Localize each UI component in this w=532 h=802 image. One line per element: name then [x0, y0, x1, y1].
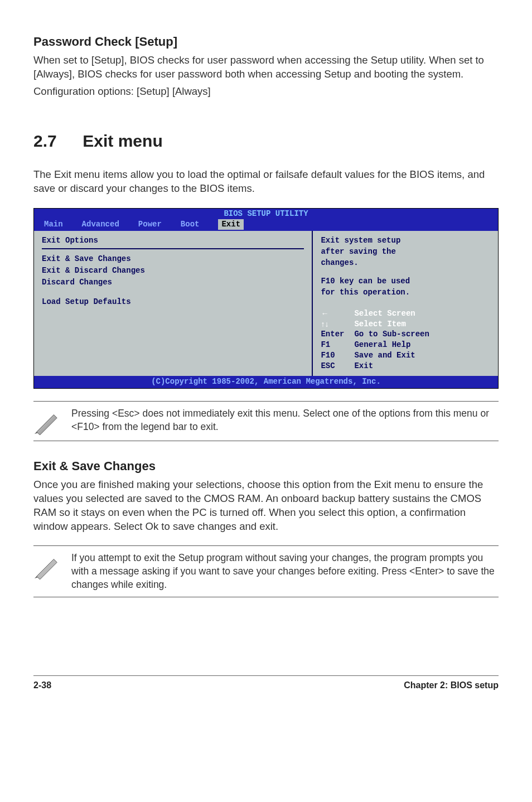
bios-tab-exit[interactable]: Exit	[218, 219, 244, 230]
pencil-icon	[33, 554, 59, 579]
heading-password-check: Password Check [Setup]	[33, 33, 499, 50]
password-check-config: Configuration options: [Setup] [Always]	[33, 85, 499, 99]
bios-footer: (C)Copyright 1985-2002, American Megatre…	[34, 376, 498, 388]
bios-tabs: Main Advanced Power Boot Exit	[44, 219, 244, 230]
note-text-1: Pressing <Esc> does not immediately exit…	[71, 407, 496, 433]
bios-right-pane: Exit system setup after saving the chang…	[313, 231, 498, 376]
bios-help-l1: Exit system setup	[321, 235, 490, 246]
bios-help-l5: for this operation.	[321, 287, 490, 298]
bios-help-l2: after saving the	[321, 247, 490, 257]
chapter-label: Chapter 2: BIOS setup	[404, 679, 499, 692]
pencil-icon	[33, 409, 59, 435]
bios-window: BIOS SETUP UTILITY Main Advanced Power B…	[33, 208, 499, 389]
key-exit: Exit	[354, 361, 373, 371]
password-check-body: When set to [Setup], BIOS checks for use…	[33, 54, 499, 81]
key-updown-icon: ↑↓	[321, 319, 354, 330]
bios-keys-legend: ←Select Screen ↑↓Select Item EnterGo to …	[321, 308, 490, 371]
key-f10: F10	[321, 350, 354, 361]
section-name: Exit menu	[83, 132, 162, 150]
key-select-item: Select Item	[354, 319, 405, 330]
heading-exit-save: Exit & Save Changes	[33, 458, 499, 475]
key-left-icon: ←	[321, 308, 354, 319]
note-row-2: If you attempt to exit the Setup program…	[33, 545, 499, 597]
bios-tab-main[interactable]: Main	[44, 219, 63, 230]
key-general-help: General Help	[354, 340, 410, 350]
note-text-2: If you attempt to exit the Setup program…	[71, 552, 496, 591]
bios-title: BIOS SETUP UTILITY	[224, 209, 308, 219]
key-save-exit: Save and Exit	[354, 350, 415, 361]
bios-help-l4: F10 key can be used	[321, 276, 490, 287]
section-title: 2.7 Exit menu	[33, 130, 499, 153]
bios-item-discard[interactable]: Discard Changes	[42, 277, 304, 288]
key-sub-screen: Go to Sub-screen	[354, 329, 429, 340]
bios-item-load-defaults[interactable]: Load Setup Defaults	[42, 297, 304, 307]
bios-item-exit-discard[interactable]: Exit & Discard Changes	[42, 265, 304, 276]
bios-tab-power[interactable]: Power	[138, 219, 162, 230]
page-number: 2-38	[33, 679, 51, 692]
key-esc: ESC	[321, 361, 354, 371]
section-number: 2.7	[33, 130, 78, 153]
key-enter: Enter	[321, 329, 354, 340]
bios-group-title: Exit Options	[42, 235, 304, 246]
bios-titlebar: BIOS SETUP UTILITY Main Advanced Power B…	[34, 209, 498, 231]
key-select-screen: Select Screen	[354, 308, 415, 319]
bios-tab-advanced[interactable]: Advanced	[82, 219, 119, 230]
bios-help-text: Exit system setup after saving the chang…	[321, 235, 490, 298]
bios-item-exit-save[interactable]: Exit & Save Changes	[42, 254, 304, 264]
bios-help-l3: changes.	[321, 258, 490, 268]
exit-save-body: Once you are finished making your select…	[33, 478, 499, 534]
bios-tab-boot[interactable]: Boot	[181, 219, 200, 230]
page-footer: 2-38 Chapter 2: BIOS setup	[33, 675, 499, 692]
exit-intro-paragraph: The Exit menu items allow you to load th…	[33, 168, 499, 196]
bios-body: Exit Options Exit & Save Changes Exit & …	[34, 231, 498, 376]
bios-divider	[42, 248, 304, 249]
key-f1: F1	[321, 340, 354, 350]
bios-left-pane: Exit Options Exit & Save Changes Exit & …	[34, 231, 313, 376]
note-row-1: Pressing <Esc> does not immediately exit…	[33, 401, 499, 441]
